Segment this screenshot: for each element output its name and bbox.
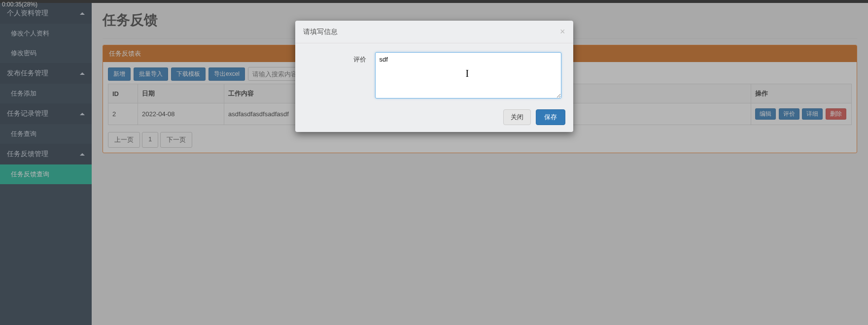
modal-header: 请填写信息 × (295, 21, 573, 43)
modal-title: 请填写信息 (303, 28, 338, 36)
modal-dialog: 请填写信息 × 评价 I 关闭 保存 (295, 21, 573, 132)
modal-save-button[interactable]: 保存 (536, 109, 565, 125)
review-textarea[interactable] (375, 52, 561, 98)
modal-body: 评价 I (295, 43, 573, 102)
form-row: 评价 (307, 52, 561, 98)
modal-close-button[interactable]: 关闭 (503, 109, 531, 125)
close-icon[interactable]: × (560, 27, 565, 37)
field-label-review: 评价 (307, 52, 366, 64)
modal-footer: 关闭 保存 (295, 102, 573, 132)
